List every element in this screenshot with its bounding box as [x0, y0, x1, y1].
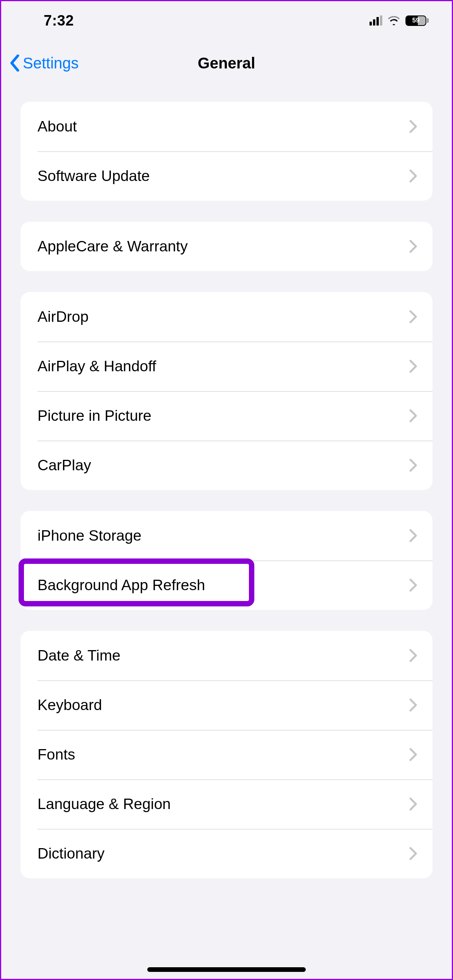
- disclosure-indicator: [409, 409, 417, 422]
- row-keyboard[interactable]: Keyboard: [20, 680, 433, 730]
- back-button[interactable]: Settings: [10, 55, 79, 72]
- row-language-region[interactable]: Language & Region: [20, 779, 433, 829]
- chevron-right-icon: [409, 529, 417, 542]
- chevron-right-icon: [409, 409, 417, 422]
- cellular-signal-icon: [370, 15, 382, 26]
- row-picture-in-picture[interactable]: Picture in Picture: [20, 391, 433, 440]
- row-label: AirDrop: [37, 308, 409, 325]
- row-label: Date & Time: [37, 647, 409, 664]
- status-indicators: 59: [370, 15, 429, 26]
- row-label: Software Update: [37, 167, 409, 184]
- chevron-right-icon: [409, 310, 417, 323]
- row-fonts[interactable]: Fonts: [20, 730, 433, 779]
- row-label: Fonts: [37, 746, 409, 763]
- chevron-right-icon: [409, 649, 417, 662]
- settings-group: AppleCare & Warranty: [20, 222, 433, 271]
- row-iphone-storage[interactable]: iPhone Storage: [20, 511, 433, 560]
- disclosure-indicator: [409, 748, 417, 761]
- chevron-left-icon: [10, 55, 20, 72]
- row-background-app-refresh[interactable]: Background App Refresh: [20, 560, 433, 610]
- disclosure-indicator: [409, 240, 417, 253]
- home-indicator[interactable]: [147, 967, 306, 972]
- chevron-right-icon: [409, 169, 417, 183]
- row-label: Picture in Picture: [37, 407, 409, 424]
- chevron-right-icon: [409, 698, 417, 712]
- chevron-right-icon: [409, 120, 417, 133]
- row-label: iPhone Storage: [37, 527, 409, 544]
- settings-list: AboutSoftware UpdateAppleCare & Warranty…: [1, 102, 452, 878]
- chevron-right-icon: [409, 748, 417, 761]
- disclosure-indicator: [409, 529, 417, 542]
- disclosure-indicator: [409, 310, 417, 323]
- row-label: About: [37, 118, 409, 135]
- row-date-time[interactable]: Date & Time: [20, 631, 433, 680]
- disclosure-indicator: [409, 169, 417, 183]
- settings-group: AirDropAirPlay & HandoffPicture in Pictu…: [20, 292, 433, 490]
- chevron-right-icon: [409, 847, 417, 860]
- chevron-right-icon: [409, 579, 417, 592]
- disclosure-indicator: [409, 120, 417, 133]
- row-applecare-warranty[interactable]: AppleCare & Warranty: [20, 222, 433, 271]
- disclosure-indicator: [409, 649, 417, 662]
- row-label: Language & Region: [37, 796, 409, 813]
- disclosure-indicator: [409, 797, 417, 811]
- chevron-right-icon: [409, 797, 417, 811]
- settings-group: Date & TimeKeyboardFontsLanguage & Regio…: [20, 631, 433, 878]
- back-label: Settings: [23, 55, 79, 72]
- row-label: Background App Refresh: [37, 577, 409, 594]
- row-airplay-handoff[interactable]: AirPlay & Handoff: [20, 341, 433, 391]
- chevron-right-icon: [409, 360, 417, 373]
- disclosure-indicator: [409, 579, 417, 592]
- battery-percent: 59: [406, 16, 426, 25]
- row-carplay[interactable]: CarPlay: [20, 440, 433, 490]
- status-time: 7:32: [44, 12, 74, 29]
- disclosure-indicator: [409, 847, 417, 860]
- row-label: CarPlay: [37, 457, 409, 474]
- status-bar: 7:32 59: [1, 1, 452, 40]
- row-label: Keyboard: [37, 697, 409, 714]
- wifi-icon: [388, 16, 400, 25]
- settings-group: AboutSoftware Update: [20, 102, 433, 201]
- row-label: AppleCare & Warranty: [37, 238, 409, 255]
- battery-icon: 59: [405, 15, 429, 26]
- chevron-right-icon: [409, 459, 417, 472]
- nav-bar: Settings General: [1, 40, 452, 86]
- row-label: Dictionary: [37, 845, 409, 862]
- row-about[interactable]: About: [20, 102, 433, 151]
- row-software-update[interactable]: Software Update: [20, 151, 433, 201]
- row-dictionary[interactable]: Dictionary: [20, 829, 433, 878]
- settings-group: iPhone StorageBackground App Refresh: [20, 511, 433, 610]
- row-label: AirPlay & Handoff: [37, 358, 409, 375]
- disclosure-indicator: [409, 360, 417, 373]
- disclosure-indicator: [409, 698, 417, 712]
- disclosure-indicator: [409, 459, 417, 472]
- chevron-right-icon: [409, 240, 417, 253]
- row-airdrop[interactable]: AirDrop: [20, 292, 433, 341]
